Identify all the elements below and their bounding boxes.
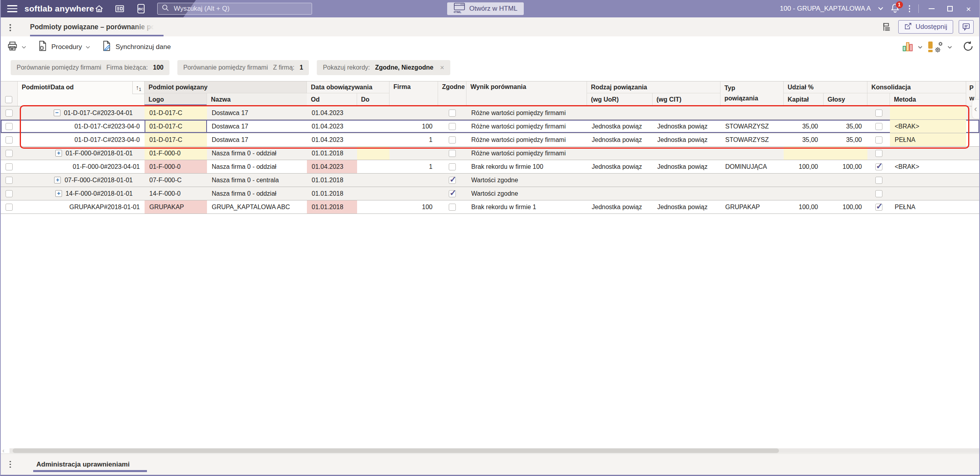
nazwa-cell[interactable]: Nasza firma 0 - oddział [207,187,307,200]
filter-close-icon[interactable]: × [440,64,444,72]
maximize-button[interactable] [944,3,956,15]
kapital-cell[interactable]: 35,00 [784,133,824,146]
rodzaj-cit-cell[interactable] [653,106,720,119]
chevron-down-icon[interactable] [947,43,952,51]
podmiot-cell[interactable]: + 07-F-000-C#2018-01-01 [18,174,145,187]
wynik-cell[interactable]: Różne wartości pomiędzy firmami [466,120,587,133]
table-row[interactable]: 01-D-017-C#2023-04-0 01-D-017-C Dostawca… [1,120,979,133]
nazwa-cell[interactable]: Dostawca 17 [207,133,307,146]
notifications-bell-icon[interactable]: 1 [890,3,901,15]
metoda-cell[interactable] [890,174,966,187]
podmiot-cell[interactable]: − 01-D-017-C#2023-04-01 [18,106,145,119]
rodzaj-uor-cell[interactable]: Jednostka powiąz [587,120,653,133]
topbar-more-menu-icon[interactable] [907,4,912,14]
scrollbar-thumb[interactable] [13,448,779,453]
glosy-cell[interactable] [824,147,867,160]
filter-chip-current-company[interactable]: Porównanie pomiędzy firmami Firma bieżąc… [11,60,169,75]
expand-panel-chevron-icon[interactable]: ‹ [972,99,979,119]
wynik-cell[interactable]: Różne wartości pomiędzy firmami [466,133,587,146]
glosy-cell[interactable]: 35,00 [824,120,867,133]
nazwa-cell[interactable]: Dostawca 17 [207,120,307,133]
data-do-cell[interactable] [357,106,389,119]
header-wynik-porownania[interactable]: Wynik porównania [466,81,587,106]
open-in-html-button[interactable]: HTML Otwórz w HTML [447,2,524,15]
rodzaj-uor-cell[interactable] [587,106,653,119]
rodzaj-uor-cell[interactable] [587,174,653,187]
header-firma[interactable]: Firma [389,81,438,106]
row-checkbox[interactable] [6,136,13,144]
header-wg-cit[interactable]: (wg CIT) [653,93,720,106]
logo-cell[interactable]: 07-F-000-C [145,174,207,187]
header-logo[interactable]: Logo [145,93,207,106]
row-checkbox[interactable] [6,177,13,184]
header-metoda[interactable]: Metoda [890,93,966,106]
row-checkbox[interactable] [6,204,13,211]
metoda-cell[interactable]: PEŁNA [890,200,966,213]
firma-cell[interactable] [389,187,438,200]
bc-document-icon[interactable]: BC [134,0,148,17]
data-od-cell[interactable]: 01.04.2023 [307,106,357,119]
zgodne-checkbox[interactable] [449,177,456,184]
zgodne-checkbox[interactable] [449,190,456,197]
header-glosy[interactable]: Głosy [824,93,867,106]
firma-cell[interactable] [389,174,438,187]
rodzaj-cit-cell[interactable] [653,147,720,160]
typ-powiazania-cell[interactable] [720,106,784,119]
table-row[interactable]: 01-D-017-C#2023-04-0 01-D-017-C Dostawca… [1,133,979,147]
header-nazwa[interactable]: Nazwa [207,93,307,106]
logo-cell[interactable]: 01-D-017-C [145,120,207,133]
metoda-cell[interactable] [890,106,966,119]
rodzaj-uor-cell[interactable] [587,187,653,200]
header-od[interactable]: Od [307,93,357,106]
rodzaj-cit-cell[interactable]: Jednostka powiąz [653,200,720,213]
firma-cell[interactable] [389,147,438,160]
typ-powiazania-cell[interactable]: STOWARZYSZ [720,120,784,133]
data-do-cell[interactable] [357,133,389,146]
data-do-cell[interactable] [357,174,389,187]
nazwa-cell[interactable]: Nasza firma 0 - centrala [207,174,307,187]
kapital-cell[interactable] [784,187,824,200]
nazwa-cell[interactable]: GRUPA_KAPTALOWA ABC [207,200,307,213]
data-od-cell[interactable]: 01.01.2018 [307,200,357,213]
warnings-settings-icon[interactable] [927,41,943,53]
data-od-cell[interactable]: 01.01.2018 [307,187,357,200]
data-od-cell[interactable]: 01.01.2018 [307,147,357,160]
data-do-cell[interactable] [357,187,389,200]
typ-powiazania-cell[interactable]: STOWARZYSZ [720,133,784,146]
konsolidacja-checkbox[interactable] [875,123,882,130]
data-od-cell[interactable]: 01.04.2023 [307,120,357,133]
firma-cell[interactable]: 100 [389,120,438,133]
typ-powiazania-cell[interactable] [720,187,784,200]
hamburger-menu-icon[interactable] [7,5,17,12]
row-checkbox[interactable] [6,163,13,170]
glosy-cell[interactable]: 100,00 [824,160,867,173]
data-od-cell[interactable]: 01.04.2023 [307,133,357,146]
tab-options-icon[interactable] [8,23,13,33]
data-do-cell[interactable] [357,120,389,133]
data-od-cell[interactable]: 01.01.2018 [307,174,357,187]
expand-toggle-icon[interactable]: + [54,177,61,183]
metoda-cell[interactable] [890,147,966,160]
header-do[interactable]: Do [357,93,389,106]
konsolidacja-checkbox[interactable] [875,136,882,144]
typ-powiazania-cell[interactable] [720,147,784,160]
wynik-cell[interactable]: Różne wartości pomiędzy firmami [466,147,587,160]
zgodne-checkbox[interactable] [449,150,456,157]
row-checkbox[interactable] [6,190,13,197]
logo-cell[interactable]: 01-F-000-0 [145,160,207,173]
expand-toggle-icon[interactable]: + [55,190,62,197]
row-checkbox[interactable] [6,150,13,157]
minimize-button[interactable] [925,3,937,15]
zgodne-checkbox[interactable] [449,123,456,130]
table-row[interactable]: − 01-D-017-C#2023-04-01 01-D-017-C Dosta… [1,106,979,120]
zgodne-checkbox[interactable] [449,110,456,117]
kapital-cell[interactable] [784,174,824,187]
konsolidacja-checkbox[interactable] [875,150,882,157]
header-data-obowiazywania-label[interactable]: Data obowiązywania [307,81,389,93]
logo-cell[interactable]: 01-D-017-C [145,133,207,146]
konsolidacja-checkbox[interactable] [875,163,882,170]
table-row[interactable]: GRUPAKAP#2018-01-01 GRUPAKAP GRUPA_KAPTA… [1,200,979,214]
share-button[interactable]: Udostępnij [898,20,953,34]
glosy-cell[interactable]: 35,00 [824,133,867,146]
rodzaj-cit-cell[interactable] [653,187,720,200]
